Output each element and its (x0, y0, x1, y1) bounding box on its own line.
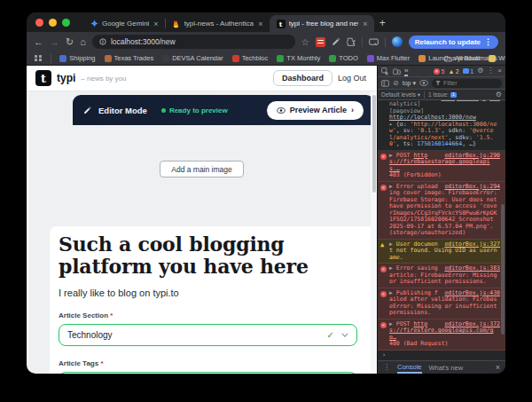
bookmark-item[interactable]: TX Monthly (277, 54, 320, 62)
browser-tab[interactable]: Google Gemini× (82, 15, 165, 32)
source-link[interactable]: script.debug.js:1 (441, 100, 500, 101)
console-text: 403 (Forbidden) (389, 171, 442, 178)
screen-share-icon[interactable] (369, 38, 379, 46)
inspect-element-icon[interactable] (381, 67, 389, 75)
tab-close-icon[interactable]: × (153, 20, 159, 28)
devtools-menu-icon[interactable]: ⋮ (487, 67, 494, 75)
console-toolbar: ⊘ top ▾ (378, 77, 505, 90)
console-text: , …} (462, 140, 476, 147)
article-section-label: Article Section * (59, 311, 357, 319)
relaunch-to-update-button[interactable]: Relaunch to update ⋮ (409, 35, 498, 49)
article-tags-input[interactable]: typi (59, 372, 357, 374)
device-toolbar-icon[interactable] (393, 67, 401, 75)
bookmark-item[interactable]: Shipping (59, 54, 95, 62)
pencil-extension-icon[interactable] (332, 37, 340, 46)
profile-avatar[interactable] (392, 36, 403, 47)
tab-close-icon[interactable]: × (257, 20, 263, 28)
page-scrollbar[interactable] (371, 91, 377, 374)
warning-icon: ▲ (448, 68, 454, 75)
toolbar-divider (362, 37, 363, 47)
tab-console[interactable]: Console (397, 361, 422, 374)
bookmark-item[interactable]: Texas Trades (105, 54, 154, 62)
console-error-row[interactable]: ×editorBox.js:383▶ Error saving article:… (378, 264, 505, 288)
bookmark-item[interactable]: Techbloc (232, 54, 269, 62)
message-count-badge[interactable]: 1 (463, 68, 473, 75)
all-bookmarks-button[interactable]: All Bookmarks (444, 54, 497, 62)
devtools-settings-icon[interactable]: ⚙ (477, 67, 483, 75)
bookmark-favicon (105, 55, 112, 62)
article-title[interactable]: Such a cool blogging platform you have h… (59, 233, 351, 278)
console-error-row[interactable]: ×editorBox.js:430▶ Publishing failed aft… (378, 288, 505, 319)
window-controls (35, 12, 70, 32)
folder-icon (444, 55, 452, 62)
console-settings-icon[interactable]: ⚙ (496, 91, 502, 99)
console-log-row[interactable]: script.debug.js:1[Vercel Web Analytics][… (378, 100, 505, 151)
bookmark-star-icon[interactable]: ☆ (301, 37, 309, 47)
address-bar[interactable]: localhost:3000/new (92, 35, 295, 49)
site-info-icon[interactable] (99, 38, 106, 45)
browser-menu-icon[interactable]: ⋮ (484, 37, 492, 46)
error-icon: × (434, 68, 440, 75)
tab-close-icon[interactable]: × (362, 20, 368, 28)
console-prompt[interactable]: › (378, 351, 505, 361)
console-error-row[interactable]: ×editorBox.js:372▶ POST https://firestor… (378, 319, 505, 351)
article-card: Such a cool blogging platform you have h… (50, 226, 377, 374)
chevron-down-icon (341, 333, 348, 337)
console-error-row[interactable]: ×editorBox.js:294▶ Error uploading cover… (378, 182, 505, 240)
typi-logo[interactable]: t (35, 70, 51, 86)
browser-tab[interactable]: typi-news - Authentication -× (165, 15, 270, 32)
close-window-button[interactable] (35, 19, 43, 27)
issues-link[interactable]: 1 Issue: 1 (428, 91, 457, 98)
minimize-window-button[interactable] (49, 19, 57, 27)
devtools-close-icon[interactable]: × (497, 67, 502, 75)
zoom-window-button[interactable] (62, 19, 70, 27)
error-count-badge[interactable]: ×5 (434, 68, 444, 75)
devtools-tabbar: » ×5 ▲2 1 ⚙ ⋮ × (378, 66, 505, 77)
preview-article-button[interactable]: Preview Article › (267, 101, 364, 120)
filter-input[interactable] (443, 80, 498, 86)
home-icon[interactable]: ⌂ (80, 37, 86, 47)
console-error-row[interactable]: ×editorBox.js:290▶ POST https://firebase… (378, 151, 505, 182)
eye-icon[interactable] (419, 80, 428, 86)
article-body[interactable]: I really like to blog on typi.to (59, 288, 357, 298)
site-tagline: – news by you (81, 75, 126, 83)
extension-icon-red[interactable] (316, 37, 325, 47)
required-asterisk: * (100, 359, 103, 367)
back-icon[interactable]: ← (34, 37, 43, 47)
bookmark-favicon (232, 55, 239, 62)
devtools-scrollbar[interactable] (501, 204, 505, 335)
tab-whats-new[interactable]: What's new (429, 361, 464, 374)
tab-strip: Google Gemini×typi-news - Authentication… (27, 12, 505, 32)
error-icon: × (380, 154, 387, 160)
context-selector[interactable]: top ▾ (403, 80, 416, 87)
bookmark-label: WIP (498, 54, 505, 62)
drawer-close-icon[interactable]: × (496, 363, 500, 372)
browser-tab[interactable]: ttypi - free blog and news pla× (270, 15, 374, 32)
apps-grid-icon[interactable] (35, 55, 42, 62)
drawer-menu-icon[interactable]: ⋮ (383, 364, 390, 371)
bookmark-item[interactable]: DEVSA Calendar (162, 54, 223, 62)
console-filter[interactable] (432, 79, 502, 88)
logout-button[interactable]: Log Out (338, 74, 366, 83)
dashboard-button[interactable]: Dashboard (273, 70, 332, 86)
console-warn-row[interactable]: ▲editorBox.js:327▶ User document not fou… (378, 240, 505, 264)
site-header: t typi – news by you Dashboard Log Out (27, 66, 377, 91)
warning-count-badge[interactable]: ▲2 (448, 68, 458, 75)
forward-icon[interactable]: → (50, 37, 59, 47)
editor-mode-label: Editor Mode (98, 106, 147, 115)
add-main-image-button[interactable]: Add a main image (160, 161, 244, 177)
console-messages: [Vercel Web Analytics][pageview]http://l… (378, 100, 505, 360)
article-section-select[interactable]: Technology ✓ (59, 324, 357, 346)
reload-icon[interactable]: ↻ (66, 37, 74, 47)
new-tab-button[interactable]: + (379, 17, 386, 29)
console-text: Error uploading cover image: FirebaseErr… (389, 183, 497, 237)
console-sidebar-icon[interactable] (381, 80, 389, 87)
issues-bubble-icon: 1 (450, 92, 457, 98)
more-panels-icon[interactable]: » (404, 67, 408, 76)
clear-console-icon[interactable]: ⊘ (393, 80, 399, 87)
bookmark-item[interactable]: TODO (329, 54, 358, 62)
bookmark-label: Shipping (69, 54, 95, 62)
default-levels-dropdown[interactable]: Default levels ▾ (381, 91, 420, 99)
bookmark-item[interactable]: Max Flutter (367, 54, 411, 62)
extensions-puzzle-icon[interactable] (347, 37, 356, 46)
